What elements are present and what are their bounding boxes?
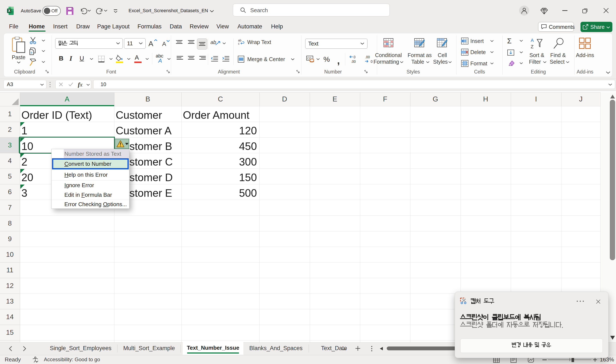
svg-text:X: X — [8, 9, 11, 13]
svg-text:.00: .00 — [351, 60, 356, 64]
svg-text:Z: Z — [531, 44, 534, 49]
svg-text:A: A — [531, 38, 534, 43]
svg-text:0: 0 — [371, 60, 373, 64]
svg-text:c: c — [238, 42, 240, 45]
svg-text:ab: ab — [238, 39, 242, 42]
svg-text:0: 0 — [354, 55, 356, 59]
svg-text:.00: .00 — [365, 55, 370, 59]
